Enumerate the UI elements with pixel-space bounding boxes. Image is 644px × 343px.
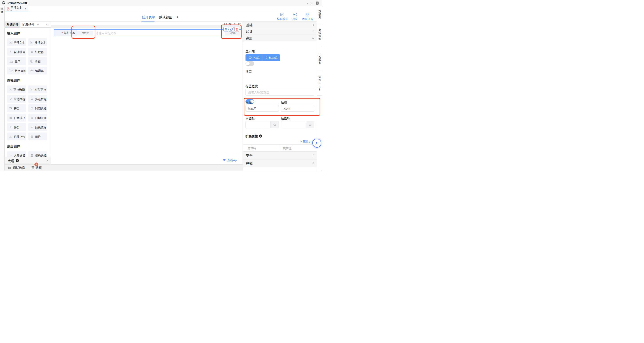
outline-toggle[interactable]: 大纲 i [4, 157, 51, 164]
view-api-link[interactable]: 查看Api [223, 158, 238, 162]
palette-menu-icon[interactable]: ≡ [37, 23, 39, 26]
doc-tab-single-line-text[interactable]: 单行文本* ✕ [5, 6, 28, 12]
field-copy-button[interactable] [229, 27, 234, 32]
code-mode-button[interactable]: 编码模式 [277, 13, 288, 21]
field-delete-button[interactable] [234, 27, 239, 32]
attrs-table-header: 属性名 属性值 [243, 144, 317, 152]
section-style[interactable]: 样式 [243, 159, 317, 167]
preview-label: 预览 [292, 17, 298, 21]
left-strip-resources-tab[interactable]: 资源 [1, 7, 4, 14]
tab-low-code-form[interactable]: 低开表单 [142, 15, 155, 19]
right-strip-item-4[interactable]: 命名Sql [317, 71, 322, 96]
close-icon[interactable]: ✕ [24, 7, 26, 10]
back-icon-input[interactable] [281, 121, 306, 128]
palette-item-time[interactable]: ◷时间选择 [28, 104, 47, 112]
auto-number-icon: # [9, 50, 12, 53]
section-advanced[interactable]: 高级 [243, 35, 317, 41]
palette-item-label: 日期选择 [14, 116, 25, 120]
document-tab-bar: 单行文本* ✕ [4, 6, 322, 12]
palette-item-counter[interactable]: ±计数器 [28, 48, 47, 56]
undo-icon[interactable] [234, 22, 236, 25]
section-basic-label: 基础 [246, 22, 252, 27]
required-mark: * [62, 31, 63, 34]
list-icon [31, 166, 34, 169]
ai-assistant-button[interactable]: Ai [312, 139, 321, 148]
form-settings-button[interactable]: 表单设置 [302, 13, 313, 21]
search-icon[interactable] [306, 121, 314, 128]
save-icon[interactable] [316, 1, 319, 5]
mobile-side-button[interactable]: 移动端 [262, 54, 280, 61]
chevron-right-icon [46, 159, 48, 162]
palette-section-title: 输入组件 [7, 31, 51, 35]
field-placeholder[interactable]: 请输入单行文本 [96, 29, 116, 36]
forward-icon[interactable]: › [311, 1, 312, 5]
palette-item-upload[interactable]: ↑附件上传 [7, 132, 26, 140]
ai-label: Ai [316, 141, 318, 145]
palette-section-title: 高级组件 [7, 144, 51, 148]
redo-icon[interactable] [238, 22, 241, 25]
debug-info-button[interactable]: 调试信息 [8, 165, 25, 170]
palette-item-number[interactable]: 123数字 [7, 57, 26, 65]
search-icon[interactable] [270, 121, 278, 128]
palette-item-date-range[interactable]: ▤日期区间 [28, 114, 47, 122]
palette-item-color[interactable]: ◕颜色选择 [28, 123, 47, 131]
section-basic[interactable]: 基础 [243, 22, 317, 28]
prefix-input[interactable] [246, 105, 279, 112]
phone-icon [265, 56, 268, 59]
add-view-button[interactable]: + [176, 15, 178, 19]
section-security-label: 安全 [246, 153, 252, 158]
palette-item-radio-group[interactable]: ⊙单选框组 [7, 95, 26, 103]
back-icon[interactable]: ‹ [307, 1, 308, 5]
selected-field-single-line-text[interactable]: * 单行文本 http:// 请输入单行文本 .com [54, 29, 241, 36]
tab-extended-components[interactable]: 扩展组件 [20, 22, 36, 27]
globe-icon[interactable] [224, 22, 227, 25]
number-icon: 123 [9, 60, 13, 63]
front-icon-input[interactable] [246, 121, 270, 128]
palette-item-editor[interactable]: A≡编辑器 [28, 67, 47, 74]
preview-eye-icon [293, 13, 297, 16]
preview-button[interactable]: 预览 [292, 13, 298, 21]
form-canvas[interactable]: * 单行文本 http:// 请输入单行文本 .com 查看Api [51, 22, 242, 164]
field-action-buttons [223, 27, 239, 32]
extended-attrs-label: 扩展属性 [246, 134, 258, 138]
palette-item-label: 人员选择 [14, 153, 25, 157]
right-strip-item-3[interactable]: 三方服务 [317, 46, 322, 71]
tab-system-components[interactable]: 系统组件 [4, 22, 20, 27]
palette-item-money[interactable]: ¥金额 [28, 57, 47, 65]
view-api-label: 查看Api [227, 158, 238, 162]
suffix-input[interactable] [281, 105, 314, 112]
tab-default-view[interactable]: 默认视图 [159, 15, 172, 19]
palette-item-text-input[interactable]: A单行文本 [7, 38, 26, 46]
palette-item-textarea[interactable]: A多行文本 [28, 38, 47, 46]
palette-item-person-select[interactable]: ○人员选择 [7, 151, 26, 157]
palette-item-switch[interactable]: 开关 [7, 104, 26, 112]
field-prefix: http:// [77, 31, 94, 35]
field-settings-button[interactable] [223, 27, 228, 32]
label-width-input[interactable] [246, 89, 314, 95]
unlabeled-toggle[interactable] [246, 61, 254, 66]
section-validation[interactable]: 验证 [243, 28, 317, 35]
property-inspector: 基础 验证 高级 显示端 PC端 移动端 清空 标签宽度 前缀 [243, 22, 317, 171]
palette-item-tree-select[interactable]: ≣树形下拉 [28, 85, 47, 93]
section-security[interactable]: 安全 [243, 152, 317, 159]
palette-item-rating[interactable]: ☆评分 [7, 123, 26, 131]
palette-item-date[interactable]: ▦日期选择 [7, 114, 26, 122]
view-tabs: 低开表单 默认视图 + [142, 12, 178, 22]
pc-side-button[interactable]: PC端 [246, 54, 262, 61]
header-actions: 编码模式 预览 表单设置 [277, 13, 313, 21]
palette-item-select[interactable]: ∨下拉选择 [7, 85, 26, 93]
person-select-icon: ○ [9, 154, 12, 157]
palette-item-auto-number[interactable]: #自动编号 [7, 48, 26, 56]
palette-item-label: 编辑器 [35, 68, 44, 73]
palette-item-checkbox-group[interactable]: ☑多选框组 [28, 95, 47, 103]
palette-item-image[interactable]: ▨图片 [28, 132, 47, 140]
palette-item-label: 评分 [14, 125, 20, 129]
right-strip-item-1[interactable]: 数据源 [317, 6, 322, 23]
palette-collapse-icon[interactable] [46, 23, 48, 26]
top-bar: Primeton-IDE ‹ › [0, 0, 322, 6]
right-strip-item-2[interactable]: 离线资源 [317, 23, 322, 46]
palette-item-number-range[interactable]: 1~3数字区间 [7, 67, 26, 74]
component-palette: 系统组件 扩展组件 ≡ 输入组件A单行文本A多行文本#自动编号±计数器123数字… [4, 22, 51, 164]
layout-settings-icon[interactable] [229, 22, 232, 25]
palette-item-org-select[interactable]: 品机构选择 [28, 151, 47, 157]
